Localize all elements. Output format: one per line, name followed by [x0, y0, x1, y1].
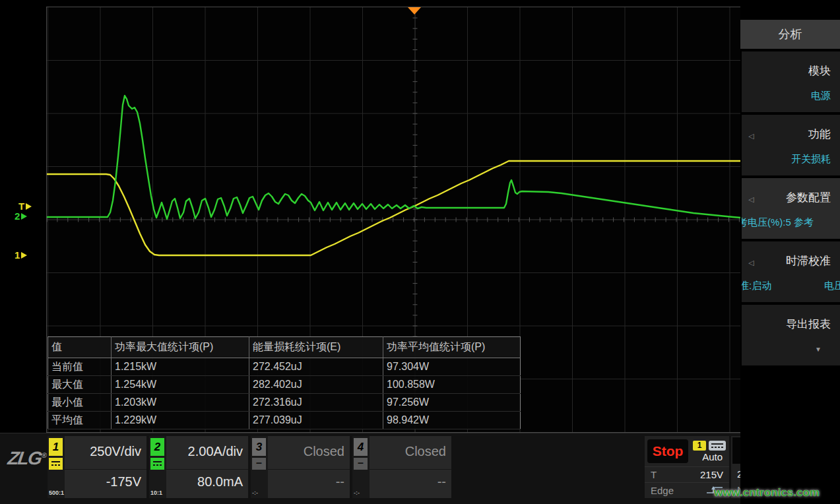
trigger-level-value: 215V [700, 469, 723, 480]
measurement-table: 值 功率最大值统计项(P) 能量损耗统计项(E) 功率平均值统计项(P) 当前值… [48, 336, 521, 429]
channel-2-offset: 80.0mA [197, 474, 243, 489]
trace-ch1-voltage [47, 161, 741, 255]
row-label: 最小值 [48, 394, 112, 412]
channel-1-number-badge: 1 [49, 438, 63, 456]
zlg-logo: ZLG® [7, 448, 48, 469]
channel-2-scale: 2.00A/div [188, 444, 243, 459]
col-header-value: 值 [48, 337, 112, 358]
row-label: 最大值 [48, 376, 112, 394]
channel-4-panel[interactable]: 4 – -:- Closed -- [352, 436, 451, 498]
cell-power-avg: 100.858W [383, 376, 521, 394]
channel-1-offset: -175V [106, 474, 141, 489]
menu-item-function-title: 功能 [808, 127, 831, 142]
divider [65, 469, 146, 470]
table-header-row: 值 功率最大值统计项(P) 能量损耗统计项(E) 功率平均值统计项(P) [48, 337, 521, 358]
channel-4-probe-ratio: -:- [354, 489, 360, 496]
table-row: 平均值 1.229kW 277.039uJ 98.942W [48, 412, 521, 429]
menu-item-deskew-calibration-title: 时滞校准 [786, 253, 831, 268]
channel-3-coupling-icon: – [252, 458, 266, 470]
channel-3-number-badge: 3 [252, 438, 266, 456]
ch1-zero-marker[interactable]: 1 [15, 249, 27, 261]
expand-left-icon: ◁ [748, 195, 754, 204]
channel-4-status: Closed [405, 444, 446, 459]
menu-item-deskew-value-left: 准:启动 [742, 280, 771, 292]
trace-ch2-current [47, 96, 741, 219]
menu-item-deskew-value-right: 电压 [824, 280, 840, 292]
trigger-position-marker[interactable] [408, 7, 421, 15]
analysis-menu-sidebar: 分析 模块 电源 ◁ 功能 开关损耗 ◁ 参数配置 考电压(%):5 参考 ◁ … [740, 0, 840, 504]
trigger-source-badge: 1 [693, 441, 706, 451]
expand-left-icon: ◁ [748, 259, 754, 267]
channel-1-dc-coupling-icon [49, 458, 63, 470]
menu-item-function-value: 开关损耗 [791, 153, 831, 166]
trigger-level-arrow-icon [26, 203, 32, 210]
col-header-power-avg: 功率平均值统计项(P) [383, 337, 521, 358]
cell-power-avg: 98.942W [383, 412, 521, 429]
channel-2-panel[interactable]: 2 10:1 2.00A/div 80.0mA [149, 436, 248, 498]
channel-3-status: Closed [304, 444, 344, 459]
table-row: 最大值 1.254kW 282.402uJ 100.858W [48, 376, 521, 394]
logo-text: ZLG [7, 448, 42, 468]
cell-energy: 272.316uJ [249, 394, 383, 412]
menu-item-deskew-calibration[interactable]: ◁ 时滞校准 准:启动 电压 [742, 241, 840, 302]
menu-item-parameter-config-title: 参数配置 [786, 190, 831, 205]
menu-item-export-report[interactable]: 导出报表 ▼ [742, 305, 840, 365]
menu-item-parameter-config-value: 考电压(%):5 参考 [742, 216, 840, 229]
menu-item-export-report-title: 导出报表 [786, 317, 831, 332]
cell-power-max: 1.229kW [112, 412, 249, 429]
channel-1-probe-ratio: 500:1 [49, 489, 64, 496]
ch1-zero-label: 1 [15, 249, 20, 261]
divider [268, 469, 350, 470]
trigger-sweep-mode: Auto [702, 451, 723, 462]
trigger-type-label: Edge [651, 485, 674, 496]
trigger-level-row-label: T [651, 469, 657, 480]
ch1-zero-arrow-icon [21, 252, 27, 259]
menu-item-parameter-config[interactable]: ◁ 参数配置 考电压(%):5 参考 [742, 178, 840, 239]
cell-power-avg: 97.256W [383, 394, 521, 412]
channel-3-offset: -- [336, 474, 344, 489]
channel-1-panel[interactable]: 1 500:1 250V/div -175V [48, 436, 146, 498]
table-row: 最小值 1.203kW 272.316uJ 97.256W [48, 394, 521, 412]
ch2-zero-label: 2 [15, 210, 20, 222]
divider [370, 469, 451, 470]
menu-item-module-title: 模块 [808, 63, 831, 79]
cell-energy: 277.039uJ [249, 412, 383, 429]
menu-item-module-value: 电源 [811, 90, 831, 102]
row-label: 当前值 [48, 358, 112, 376]
channel-4-coupling-icon: – [354, 458, 368, 470]
menu-item-function[interactable]: ◁ 功能 开关损耗 [742, 115, 840, 175]
cell-power-max: 1.215kW [112, 358, 249, 376]
channel-4-number-badge: 4 [354, 438, 368, 456]
cell-power-max: 1.254kW [112, 376, 249, 394]
row-label: 平均值 [48, 412, 112, 429]
divider [166, 469, 248, 470]
expand-left-icon: ◁ [748, 132, 754, 141]
table-row: 当前值 1.215kW 272.452uJ 97.304W [48, 358, 521, 376]
channel-1-scale: 250V/div [90, 444, 141, 459]
menu-item-module[interactable]: 模块 电源 [742, 51, 840, 112]
channel-2-probe-ratio: 10:1 [150, 489, 162, 496]
channel-2-number-badge: 2 [150, 438, 164, 456]
cell-energy: 282.402uJ [249, 376, 383, 394]
channel-2-dc-coupling-icon [150, 458, 164, 470]
trigger-coupling-icon [709, 441, 726, 451]
ch2-zero-arrow-icon [21, 213, 27, 220]
cell-energy: 272.452uJ [249, 358, 383, 376]
col-header-energy: 能量损耗统计项(E) [249, 337, 383, 358]
trigger-level-row: T 215V [645, 466, 729, 482]
cell-power-avg: 97.304W [383, 358, 521, 376]
cell-power-max: 1.203kW [112, 394, 249, 412]
acquisition-status-badge: Stop [647, 439, 688, 463]
ch2-zero-marker[interactable]: 2 [15, 210, 27, 222]
channel-3-panel[interactable]: 3 – -:- Closed -- [251, 436, 350, 498]
channel-4-offset: -- [437, 474, 446, 489]
watermark: www.cntronics.com [714, 486, 820, 499]
channel-3-probe-ratio: -:- [252, 489, 258, 496]
col-header-power-max: 功率最大值统计项(P) [112, 337, 249, 358]
chevron-down-icon[interactable]: ▼ [815, 346, 822, 353]
menu-title[interactable]: 分析 [740, 20, 840, 49]
logo-reg-mark: ® [41, 451, 48, 459]
